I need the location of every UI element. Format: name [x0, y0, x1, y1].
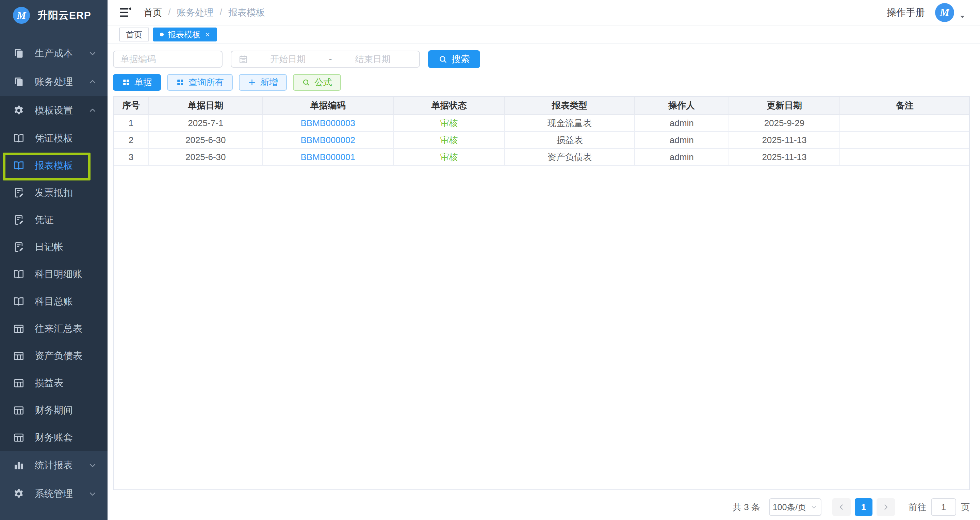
action-button-2[interactable]: 新增: [239, 74, 287, 91]
sidebar-collapse-icon[interactable]: [119, 6, 132, 19]
action-button-label: 查询所有: [189, 76, 224, 88]
main-area: 首页/账务处理/报表模板 操作手册 M 首页报表模板× -: [108, 0, 980, 520]
tab-label: 首页: [126, 29, 142, 40]
tab-1[interactable]: 报表模板×: [153, 27, 217, 41]
sidebar-item-0[interactable]: 生产成本: [0, 39, 108, 68]
sidebar-item-9[interactable]: 科目总账: [0, 288, 108, 315]
date-range-picker[interactable]: -: [231, 51, 420, 68]
table-cell: 3: [114, 149, 149, 165]
chevron-down-icon: [88, 461, 97, 470]
tab-0[interactable]: 首页: [119, 27, 149, 41]
tags-view-bar: 首页报表模板×: [108, 25, 980, 44]
sidebar-item-14[interactable]: 财务账套: [0, 424, 108, 451]
table-cell: [840, 114, 969, 132]
sidebar-item-11[interactable]: 资产负债表: [0, 342, 108, 369]
document-code-link[interactable]: BBMB000003: [262, 114, 393, 132]
date-separator: -: [328, 54, 334, 65]
sidebar-item-12[interactable]: 损益表: [0, 369, 108, 396]
sidebar-item-5[interactable]: 发票抵扣: [0, 179, 108, 206]
table-cell: 2025-9-29: [729, 114, 840, 132]
date-end-input[interactable]: [333, 54, 412, 65]
sidebar-item-3[interactable]: 凭证模板: [0, 125, 108, 152]
tab-close-icon[interactable]: ×: [205, 30, 210, 39]
sidebar-item-label: 统计报表: [35, 459, 73, 472]
table-body: 12025-7-1BBMB000003审核现金流量表admin2025-9-29…: [114, 114, 969, 165]
action-button-3[interactable]: 公式: [293, 74, 341, 91]
page-size-select[interactable]: 100条/页: [769, 498, 821, 516]
open-book-icon: [13, 133, 24, 144]
sidebar-item-10[interactable]: 往来汇总表: [0, 315, 108, 342]
date-start-input[interactable]: [248, 54, 328, 65]
breadcrumb-separator: /: [168, 7, 171, 17]
breadcrumb-item-0[interactable]: 首页: [143, 6, 162, 19]
filter-row: - 搜索: [113, 50, 970, 68]
sidebar-menu: 生产成本账务处理模板设置凭证模板报表模板发票抵扣凭证日记帐科目明细账科目总账往来…: [0, 30, 108, 508]
gear-icon: [13, 105, 24, 116]
sidebar-item-7[interactable]: 日记帐: [0, 233, 108, 261]
sidebar-item-6[interactable]: 凭证: [0, 206, 108, 233]
breadcrumb-separator: /: [220, 7, 223, 17]
sidebar-item-16[interactable]: 系统管理: [0, 480, 108, 508]
column-header: 报表类型: [504, 97, 635, 114]
calendar-icon: [238, 54, 248, 64]
goto-label: 前往: [908, 501, 926, 513]
grid-icon: [176, 78, 185, 87]
sidebar-item-15[interactable]: 统计报表: [0, 451, 108, 480]
action-button-0[interactable]: 单据: [113, 74, 161, 91]
edit-document-icon: [13, 241, 24, 253]
column-header: 单据日期: [149, 97, 262, 114]
sidebar-item-label: 往来汇总表: [35, 322, 82, 335]
chevron-up-icon: [88, 77, 97, 87]
sidebar-item-8[interactable]: 科目明细账: [0, 261, 108, 288]
goto-page-input[interactable]: [931, 498, 956, 516]
table-grid-icon: [13, 404, 24, 416]
navbar-right: 操作手册 M: [887, 3, 966, 22]
breadcrumb: 首页/账务处理/报表模板: [143, 6, 265, 19]
action-button-1[interactable]: 查询所有: [167, 74, 233, 91]
current-page-button[interactable]: 1: [855, 498, 872, 516]
caret-down-icon[interactable]: [958, 13, 966, 21]
manual-link[interactable]: 操作手册: [887, 6, 925, 19]
sidebar-item-label: 资产负债表: [35, 349, 82, 362]
search-button[interactable]: 搜索: [428, 50, 480, 68]
pagination-bar: 共 3 条 100条/页 1 前往 页: [113, 498, 970, 516]
app-logo: M 升阳云ERP: [0, 0, 108, 30]
table-cell: 现金流量表: [504, 114, 635, 132]
table-grid-icon: [13, 323, 24, 335]
copy-document-icon: [13, 76, 24, 88]
magnifier-icon: [438, 55, 447, 64]
app-title: 升阳云ERP: [37, 8, 91, 22]
tab-dot-icon: [160, 33, 164, 36]
sidebar-item-4[interactable]: 报表模板: [0, 152, 108, 179]
open-book-icon: [13, 160, 24, 171]
sidebar-item-label: 科目明细账: [35, 268, 82, 281]
table-row-0: 12025-7-1BBMB000003审核现金流量表admin2025-9-29: [114, 114, 969, 132]
action-button-label: 公式: [314, 76, 332, 88]
prev-page-button[interactable]: [832, 498, 851, 516]
page-content: - 搜索 单据查询所有新增公式 序号单据日期单据编码单据状态报表类型操作人更新日…: [108, 44, 980, 520]
document-code-input[interactable]: [121, 54, 215, 65]
sidebar-item-13[interactable]: 财务期间: [0, 396, 108, 424]
table-row-1: 22025-6-30BBMB000002审核损益表admin2025-11-13: [114, 132, 969, 149]
document-code-link[interactable]: BBMB000002: [262, 132, 393, 149]
grid-icon: [122, 78, 130, 87]
sidebar-item-1[interactable]: 账务处理: [0, 68, 108, 96]
table-grid-icon: [13, 377, 24, 389]
sidebar-item-label: 生产成本: [35, 47, 73, 60]
chevron-down-icon: [88, 489, 97, 499]
document-code-field[interactable]: [113, 51, 223, 68]
sidebar-item-label: 凭证模板: [35, 132, 73, 145]
total-count-label: 共 3 条: [733, 501, 760, 513]
page-size-value: 100条/页: [773, 502, 807, 513]
breadcrumb-item-2: 报表模板: [228, 6, 265, 19]
chevron-right-icon: [882, 503, 890, 511]
magnifier-icon: [302, 78, 310, 87]
sidebar-item-2[interactable]: 模板设置: [0, 96, 108, 125]
document-code-link[interactable]: BBMB000001: [262, 149, 393, 165]
sidebar-item-label: 财务期间: [35, 404, 73, 417]
chevron-left-icon: [837, 503, 846, 511]
avatar[interactable]: M: [935, 3, 954, 22]
table-cell: 2025-11-13: [729, 149, 840, 165]
column-header: 序号: [114, 97, 149, 114]
next-page-button[interactable]: [877, 498, 895, 516]
